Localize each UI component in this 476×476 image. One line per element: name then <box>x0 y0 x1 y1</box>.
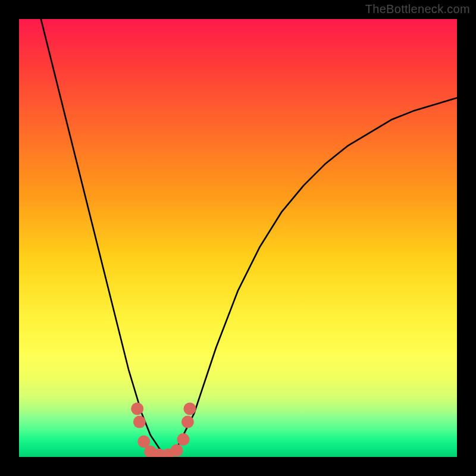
marker-dot <box>181 416 194 428</box>
marker-dot <box>177 433 190 446</box>
chart-svg <box>19 19 457 457</box>
marker-dot <box>133 416 146 428</box>
bottleneck-curve <box>41 19 457 457</box>
curve-path <box>41 19 457 457</box>
chart-plot-area <box>19 19 457 457</box>
marker-dot <box>184 403 196 415</box>
watermark-text: TheBottleneck.com <box>365 2 470 16</box>
marker-dot <box>131 403 143 415</box>
marker-dot <box>171 444 183 457</box>
